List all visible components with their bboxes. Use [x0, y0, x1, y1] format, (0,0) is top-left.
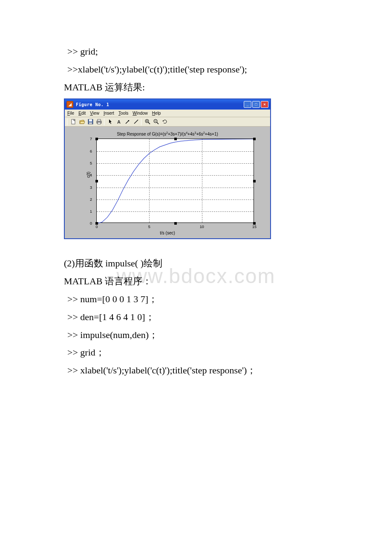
axes: 05101501234567	[96, 139, 254, 223]
svg-rect-5	[98, 119, 101, 121]
code-line-grid2: >> grid；	[64, 344, 328, 361]
pointer-icon[interactable]	[107, 118, 114, 126]
menu-view[interactable]: View	[90, 111, 99, 116]
menu-help[interactable]: Help	[152, 111, 161, 116]
y-tick: 1	[90, 209, 92, 214]
zoom-out-icon[interactable]	[152, 118, 160, 126]
x-tick: 0	[95, 225, 98, 229]
window-controls: _ □ ×	[244, 101, 268, 108]
tool-bar: A	[65, 117, 270, 127]
step-response-curve	[97, 139, 254, 223]
y-tick: 6	[90, 149, 92, 153]
program-heading: MATLAB 语言程序：	[64, 272, 328, 290]
code-line-labels2: >> xlabel('t/s');ylabel('c(t)');title('s…	[64, 361, 328, 379]
arrow-icon[interactable]	[124, 118, 131, 126]
selection-handle[interactable]	[253, 180, 256, 182]
y-tick: 2	[90, 197, 92, 202]
menu-bar: File Edit View Insert Tools Window Help	[65, 110, 270, 117]
code-line-labels: >>xlabel('t/s');ylabel('c(t)');title('st…	[64, 61, 328, 78]
toolbar-divider	[67, 119, 67, 125]
x-tick: 10	[200, 225, 204, 229]
selection-handle[interactable]	[95, 180, 98, 182]
selection-handle[interactable]	[174, 138, 177, 140]
maximize-button[interactable]: □	[252, 101, 260, 108]
selection-handle[interactable]	[174, 222, 177, 225]
y-tick: 5	[90, 161, 92, 165]
menu-file[interactable]: File	[67, 111, 74, 116]
plot-area: Step Response of G(s)=(s2+3s+7)/(s4+4s3+…	[65, 127, 270, 238]
svg-rect-2	[89, 119, 92, 121]
selection-handle[interactable]	[253, 222, 256, 225]
y-tick: 3	[90, 185, 92, 190]
rotate-icon[interactable]	[161, 118, 168, 126]
section-heading: (2)用函数 impulse( )绘制	[64, 254, 328, 272]
document-content: >> grid; >>xlabel('t/s');ylabel('c(t)');…	[64, 43, 328, 379]
menu-window[interactable]: Window	[133, 111, 148, 116]
menu-tools[interactable]: Tools	[118, 111, 128, 116]
svg-line-10	[148, 122, 150, 124]
menu-edit[interactable]: Edit	[78, 111, 86, 116]
code-line-den: >> den=[1 4 6 4 1 0]；	[64, 308, 328, 326]
x-tick: 15	[252, 225, 257, 229]
x-tick: 5	[148, 225, 150, 229]
new-icon[interactable]	[69, 118, 77, 126]
y-tick: 4	[90, 173, 92, 177]
selection-handle[interactable]	[253, 138, 256, 140]
code-line-impulse: >> impulse(num,den)；	[64, 326, 328, 344]
print-icon[interactable]	[95, 118, 103, 126]
zoom-in-icon[interactable]	[144, 118, 151, 126]
close-button[interactable]: ×	[261, 101, 268, 108]
save-icon[interactable]	[86, 118, 94, 126]
menu-insert[interactable]: Insert	[104, 111, 114, 116]
selection-handle[interactable]	[95, 138, 98, 140]
plot-title: Step Response of G(s)=(s2+3s+7)/(s4+4s3+…	[65, 131, 270, 136]
open-icon[interactable]	[78, 118, 86, 126]
svg-line-14	[157, 122, 159, 124]
toolbar-divider	[104, 119, 104, 125]
y-tick: 7	[90, 137, 92, 141]
svg-rect-3	[89, 122, 92, 124]
title-bar: ◢ Figure No. 1 _ □ ×	[65, 99, 270, 110]
line-icon[interactable]	[132, 118, 140, 126]
x-axis-label: t/s (sec)	[65, 231, 270, 235]
matlab-icon: ◢	[66, 101, 73, 108]
selection-handle[interactable]	[95, 222, 98, 225]
text-icon[interactable]: A	[115, 118, 123, 126]
y-tick: 0	[90, 221, 92, 225]
minimize-button[interactable]: _	[244, 101, 251, 108]
svg-rect-6	[98, 122, 101, 124]
toolbar-divider	[141, 119, 141, 125]
svg-line-8	[134, 120, 138, 124]
code-line-grid: >> grid;	[64, 43, 328, 61]
figure-window: ◢ Figure No. 1 _ □ × File Edit View Inse…	[64, 98, 271, 239]
result-heading: MATLAB 运算结果:	[64, 78, 328, 96]
code-line-num: >> num=[0 0 0 1 3 7]；	[64, 290, 328, 308]
window-title: Figure No. 1	[76, 102, 244, 107]
